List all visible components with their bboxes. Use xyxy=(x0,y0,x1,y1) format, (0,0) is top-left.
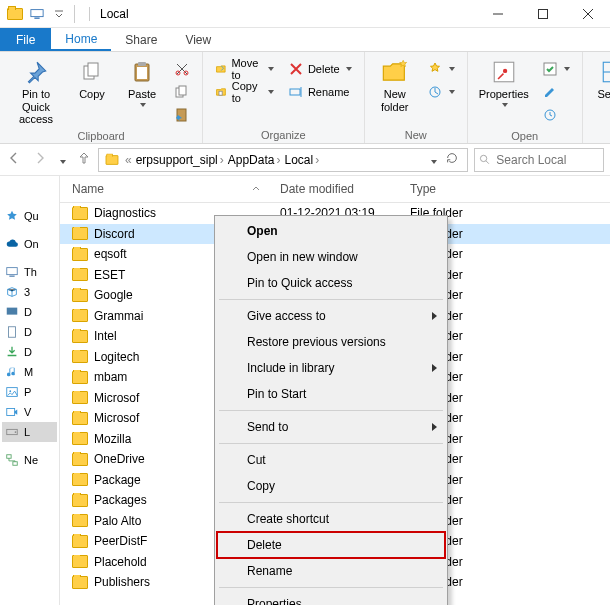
ctx-pin-to-quick-access[interactable]: Pin to Quick access xyxy=(217,270,445,296)
group-label-organize: Organize xyxy=(209,127,358,141)
up-button[interactable] xyxy=(76,150,92,169)
refresh-button[interactable] xyxy=(445,151,459,168)
file-name: Grammai xyxy=(94,309,143,323)
move-to-button[interactable]: Move to xyxy=(213,58,276,80)
file-list: Name Date modified Type Diagnostics01-12… xyxy=(60,176,610,605)
forward-button[interactable] xyxy=(32,150,48,169)
sidebar-item-7[interactable]: M xyxy=(2,362,57,382)
sidebar-item-2[interactable]: Th xyxy=(2,262,57,282)
open-dropdown-button[interactable] xyxy=(540,58,572,80)
paste-label: Paste xyxy=(128,88,156,101)
sidebar-item-6[interactable]: D xyxy=(2,342,57,362)
column-headers: Name Date modified Type xyxy=(60,176,610,203)
file-name: PeerDistF xyxy=(94,534,147,548)
col-type[interactable]: Type xyxy=(398,176,498,202)
file-tab[interactable]: File xyxy=(0,28,51,51)
folder-icon xyxy=(72,227,88,240)
ctx-create-shortcut[interactable]: Create shortcut xyxy=(217,506,445,532)
sidebar-item-label: Qu xyxy=(24,210,39,222)
delete-label: Delete xyxy=(308,63,340,75)
qat-overflow-icon[interactable] xyxy=(50,5,68,23)
sidebar-item-9[interactable]: V xyxy=(2,402,57,422)
search-icon xyxy=(479,153,490,166)
ctx-properties[interactable]: Properties xyxy=(217,591,445,605)
sidebar-item-0[interactable]: Qu xyxy=(2,206,57,226)
ctx-label: Pin to Start xyxy=(247,387,306,401)
back-button[interactable] xyxy=(6,150,22,169)
new-folder-button[interactable]: New folder xyxy=(371,56,419,115)
addr-dropdown[interactable] xyxy=(429,153,437,167)
ctx-open[interactable]: Open xyxy=(217,218,445,244)
ctx-pin-to-start[interactable]: Pin to Start xyxy=(217,381,445,407)
tab-view[interactable]: View xyxy=(171,28,225,51)
properties-button[interactable]: Properties xyxy=(474,56,534,109)
pin-to-quick-access-button[interactable]: Pin to Quick access xyxy=(6,56,66,128)
tab-share[interactable]: Share xyxy=(111,28,171,51)
group-label-open: Open xyxy=(474,128,576,142)
file-name: Microsof xyxy=(94,411,139,425)
file-name: Placehold xyxy=(94,555,147,569)
sidebar-item-11[interactable]: Ne xyxy=(2,450,57,470)
col-date[interactable]: Date modified xyxy=(268,176,398,202)
file-name: eqsoft xyxy=(94,247,127,261)
new-item-button[interactable] xyxy=(425,58,457,80)
paste-shortcut-button[interactable] xyxy=(172,104,192,126)
search-input[interactable] xyxy=(494,152,599,168)
sidebar-item-8[interactable]: P xyxy=(2,382,57,402)
picture-icon xyxy=(4,384,20,400)
sidebar-item-4[interactable]: D xyxy=(2,302,57,322)
easy-access-button[interactable] xyxy=(425,81,457,103)
file-name: Packages xyxy=(94,493,147,507)
sidebar-item-label: L xyxy=(24,426,30,438)
cut-button[interactable] xyxy=(172,58,192,80)
close-button[interactable] xyxy=(565,0,610,28)
ctx-delete[interactable]: Delete xyxy=(217,532,445,558)
folder-icon xyxy=(72,371,88,384)
delete-button[interactable]: Delete xyxy=(286,58,354,80)
ctx-open-in-new-window[interactable]: Open in new window xyxy=(217,244,445,270)
ctx-restore-previous-versions[interactable]: Restore previous versions xyxy=(217,329,445,355)
address-bar[interactable]: « erpsupport_sipl › AppData › Local › xyxy=(98,148,468,172)
sidebar-item-5[interactable]: D xyxy=(2,322,57,342)
crumb-0[interactable]: erpsupport_sipl › xyxy=(136,153,224,167)
maximize-button[interactable] xyxy=(520,0,565,28)
sidebar-item-1[interactable]: On xyxy=(2,234,57,254)
rename-button[interactable]: Rename xyxy=(286,81,354,103)
minimize-button[interactable] xyxy=(475,0,520,28)
sidebar-item-label: Th xyxy=(24,266,37,278)
folder-icon xyxy=(72,555,88,568)
paste-button[interactable]: Paste xyxy=(118,56,166,109)
edit-button[interactable] xyxy=(540,81,572,103)
svg-point-22 xyxy=(503,69,507,73)
ribbon-group-open: Properties Open xyxy=(468,52,583,143)
crumb-2[interactable]: Local › xyxy=(284,153,319,167)
svg-rect-11 xyxy=(137,67,147,79)
copy-button[interactable]: Copy xyxy=(68,56,116,103)
search-box[interactable] xyxy=(474,148,604,172)
copy-label: Copy xyxy=(79,88,105,101)
ctx-copy[interactable]: Copy xyxy=(217,473,445,499)
history-button[interactable] xyxy=(540,104,572,126)
separator xyxy=(74,5,75,23)
file-name: Publishers xyxy=(94,575,150,589)
ctx-label: Delete xyxy=(247,538,282,552)
col-name[interactable]: Name xyxy=(60,176,268,202)
sidebar-item-10[interactable]: L xyxy=(2,422,57,442)
folder-icon xyxy=(72,473,88,486)
ctx-cut[interactable]: Cut xyxy=(217,447,445,473)
select-button[interactable]: Select xyxy=(589,56,610,109)
copy-path-button[interactable] xyxy=(172,81,192,103)
ctx-rename[interactable]: Rename xyxy=(217,558,445,584)
ctx-give-access-to[interactable]: Give access to xyxy=(217,303,445,329)
svg-point-35 xyxy=(9,390,11,392)
crumb-1[interactable]: AppData › xyxy=(228,153,281,167)
ctx-send-to[interactable]: Send to xyxy=(217,414,445,440)
ctx-include-in-library[interactable]: Include in library xyxy=(217,355,445,381)
sidebar-item-3[interactable]: 3 xyxy=(2,282,57,302)
tab-home[interactable]: Home xyxy=(51,28,111,51)
svg-line-29 xyxy=(486,161,489,164)
star-icon xyxy=(4,208,20,224)
svg-rect-10 xyxy=(138,62,146,66)
recent-dropdown[interactable] xyxy=(58,153,66,167)
copy-to-button[interactable]: Copy to xyxy=(213,81,276,103)
